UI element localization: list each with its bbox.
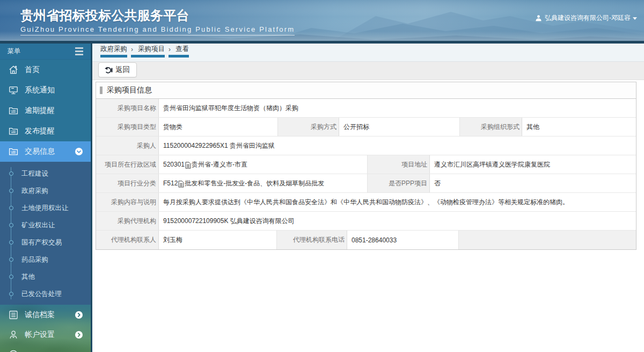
site-subtitle: GuiZhou Province Tendering and Bidding P…: [20, 25, 295, 35]
field-label: 是否PPP项目: [368, 174, 430, 192]
industry-text: 批发和零售业-批发业-食品、饮料及烟草制品批发: [185, 179, 324, 188]
region-code: 520301: [163, 161, 185, 168]
sidebar-item-label: 首页: [25, 65, 40, 75]
submenu-item-land-use[interactable]: 土地使用权出让: [0, 199, 91, 217]
hamburger-bar: [75, 51, 83, 52]
sidebar-item-notifications[interactable]: 系统通知: [0, 80, 91, 100]
folder-icon: [8, 126, 19, 137]
field-value: 刘玉梅: [159, 231, 277, 249]
panel-title-marker: [100, 87, 103, 94]
home-icon: [8, 64, 19, 75]
breadcrumb-item-view[interactable]: 查看: [175, 45, 189, 54]
field-label: 采购项目类型: [96, 118, 159, 136]
field-value: 520301 贵州省-遵义市-市直: [159, 155, 368, 174]
field-label: 采购项目名称: [96, 99, 159, 117]
user-menu[interactable]: 弘典建设咨询有限公司-邓廷容: [535, 13, 637, 23]
field-value: 货物类: [159, 118, 278, 136]
breadcrumb-separator: ›: [131, 46, 133, 53]
table-row: 项目所在行政区域 520301 贵州省-遵义市-市直 项目地址 遵义市汇川区高坪…: [96, 155, 636, 174]
hamburger-icon[interactable]: [75, 47, 83, 55]
sidebar-item-publish-reminder[interactable]: 发布提醒: [0, 121, 91, 141]
menu-label: 菜单: [8, 47, 20, 56]
document-icon: [178, 181, 184, 188]
project-info-panel: 采购项目信息 采购项目名称 贵州省田沟监狱罪犯年度生活物资（猪肉）采购 采购项目…: [96, 82, 636, 250]
sidebar-menu-bar: 菜单: [0, 44, 91, 60]
sidebar-item-partial[interactable]: [0, 344, 91, 352]
bullet-icon: [9, 206, 13, 210]
sidebar-item-label: 诚信档案: [25, 310, 55, 320]
bullet-icon: [9, 171, 13, 176]
brand: 贵州省招标投标公共服务平台 GuiZhou Province Tendering…: [20, 8, 295, 35]
back-button[interactable]: 返回: [98, 62, 137, 77]
user-name: 弘典建设咨询有限公司-邓廷容: [545, 13, 631, 23]
sidebar-item-label: 帐户设置: [25, 330, 55, 340]
submenu-item-label: 国有产权交易: [21, 238, 62, 247]
submenu-item-label: 工程建设: [21, 169, 48, 178]
table-row: 采购人 1152000042922965X1 贵州省田沟监狱: [96, 137, 636, 155]
field-value: 每月按采购人要求提供达到《中华人民共和国食品安全法》和《中华人民共和国动物防疫法…: [159, 193, 636, 211]
table-row: 项目行业分类 F512 批发和零售业-批发业-食品、饮料及烟草制品批发 是否PP…: [96, 174, 636, 193]
bullet-icon: [9, 189, 13, 193]
breadcrumb-group: 政府采购: [100, 44, 127, 58]
breadcrumb-item-gov-procurement[interactable]: 政府采购: [100, 45, 127, 54]
sidebar-item-account-settings[interactable]: 帐户设置: [0, 325, 91, 344]
submenu-item-label: 其他: [21, 272, 35, 282]
field-label: 代理机构联系人: [96, 231, 159, 249]
person-icon: [8, 329, 19, 340]
panel-title: 采购项目信息: [107, 85, 152, 95]
breadcrumb: 政府采购 › 采购项目 › 查看: [92, 44, 644, 62]
sidebar-item-label: 交易信息: [25, 147, 55, 156]
sidebar-item-home[interactable]: 首页: [0, 60, 91, 80]
folder-icon: [8, 105, 19, 116]
field-label: 采购方式: [278, 118, 339, 136]
bullet-icon: [9, 292, 13, 296]
submenu-item-other[interactable]: 其他: [0, 268, 91, 285]
empty-cell: [459, 231, 636, 249]
breadcrumb-item-procurement-project[interactable]: 采购项目: [138, 45, 165, 54]
field-value: 公开招标: [339, 118, 460, 136]
circle-icon: [8, 349, 19, 352]
panel-header: 采购项目信息: [96, 82, 636, 99]
submenu-item-label: 矿业权出让: [21, 221, 55, 230]
submenu-item-state-property[interactable]: 国有产权交易: [0, 234, 91, 251]
document-icon: [185, 162, 191, 169]
submenu-item-published-notices[interactable]: 已发公告处理: [0, 285, 91, 303]
hamburger-bar: [75, 47, 83, 49]
table-row: 采购代理机构 91520000722109905K 弘典建设咨询有限公司: [96, 212, 636, 231]
sidebar-item-trade-info[interactable]: 交易信息: [0, 141, 91, 162]
field-value: 其他: [522, 118, 636, 136]
table-row: 采购项目类型 货物类 采购方式 公开招标 采购组织形式 其他: [96, 118, 636, 137]
table-row: 代理机构联系人 刘玉梅 代理机构联系电话 0851-28640033: [96, 231, 636, 249]
hamburger-bar: [75, 54, 83, 55]
field-value: 否: [430, 174, 636, 192]
submenu-item-construction[interactable]: 工程建设: [0, 165, 91, 182]
submenu-item-gov-procurement[interactable]: 政府采购: [0, 182, 91, 199]
breadcrumb-group: › 采购项目: [131, 44, 165, 58]
sidebar-bottom-group: 诚信档案 帐户设置: [0, 305, 91, 352]
sidebar-item-overdue-reminder[interactable]: 逾期提醒: [0, 100, 91, 121]
field-value: 91520000722109905K 弘典建设咨询有限公司: [159, 212, 636, 230]
submenu-item-label: 政府采购: [21, 186, 48, 196]
region-text: 贵州省-遵义市-市直: [192, 160, 247, 169]
field-value: F512 批发和零售业-批发业-食品、饮料及烟草制品批发: [159, 174, 368, 192]
field-value: 遵义市汇川区高坪镇遵义医学院康复医院: [430, 155, 636, 174]
monitor-icon: [8, 85, 19, 96]
site-title: 贵州省招标投标公共服务平台: [20, 8, 295, 23]
bullet-icon: [9, 257, 13, 262]
bullet-icon: [9, 223, 13, 227]
field-label: 采购内容与说明: [96, 193, 159, 211]
submenu-item-mining-rights[interactable]: 矿业权出让: [0, 217, 91, 234]
submenu-item-label: 已发公告处理: [21, 290, 62, 299]
chevron-down-circle-icon: [75, 148, 83, 157]
sidebar-item-credit-archive[interactable]: 诚信档案: [0, 305, 91, 325]
field-label: 项目行业分类: [96, 174, 159, 192]
sidebar-item-label: 发布提醒: [25, 126, 55, 136]
field-label: 项目所在行政区域: [96, 155, 159, 174]
undo-icon: [104, 66, 113, 74]
sidebar-item-label: 系统通知: [25, 85, 55, 95]
submenu-item-label: 土地使用权出让: [21, 204, 69, 213]
field-label: 采购人: [96, 137, 159, 155]
industry-code: F512: [163, 179, 178, 187]
submenu-item-drug-procurement[interactable]: 药品采购: [0, 251, 91, 268]
field-label: 代理机构联系电话: [277, 231, 347, 249]
